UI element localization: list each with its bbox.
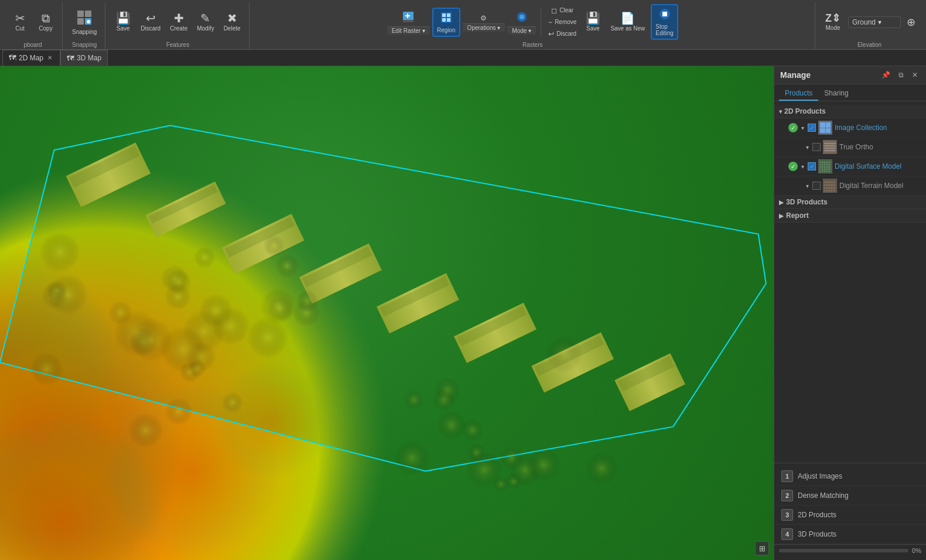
stop-editing-label: StopEditing [655, 23, 674, 36]
svg-rect-17 [662, 12, 667, 16]
tab-2d-map-label: 2D Map [19, 54, 43, 62]
image-collection-collapse[interactable]: ▾ [801, 125, 804, 131]
image-collection-thumb [818, 121, 832, 135]
modify-button[interactable]: ✎ Modify [193, 10, 217, 34]
region-button[interactable]: Region [432, 8, 460, 37]
create-button[interactable]: ✚ Create [166, 10, 191, 34]
true-ortho-thumb [823, 140, 837, 154]
section-3d-products[interactable]: ▶ 3D Products [774, 196, 926, 209]
workflow-1-num: 1 [781, 470, 793, 482]
copy-label: Copy [39, 25, 52, 32]
svg-point-4 [87, 20, 90, 23]
image-collection-status: ✓ [788, 123, 798, 132]
delete-button[interactable]: ✖ Delete [220, 10, 244, 34]
discard-icon: ↩ [146, 12, 156, 24]
remove-button[interactable]: − Remove [546, 17, 579, 28]
section-2d-products[interactable]: ▾ 2D Products [774, 105, 926, 118]
map-controls: ⊞ [755, 541, 769, 555]
clipboard-group-label: pboard [23, 42, 42, 49]
svg-rect-20 [826, 122, 831, 128]
svg-rect-6 [403, 20, 414, 22]
true-ortho-checkbox[interactable] [812, 143, 821, 151]
image-collection-checkbox[interactable]: ✓ [808, 124, 816, 132]
mode-icon [515, 11, 528, 25]
remove-icon: − [548, 18, 552, 26]
operations-top[interactable]: ⚙ [478, 13, 489, 23]
stop-editing-button[interactable]: StopEditing [651, 4, 678, 40]
dtm-collapse[interactable]: ▾ [806, 183, 809, 189]
mode-label[interactable]: Mode ▾ [507, 26, 536, 35]
true-ortho-collapse[interactable]: ▾ [806, 144, 809, 151]
dtm-checkbox[interactable] [812, 182, 821, 190]
section-report-label: Report [786, 211, 809, 220]
discard-button[interactable]: ↩ Discard [137, 10, 164, 34]
bottom-panel: 1 Adjust Images 2 Dense Matching 3 2D Pr… [774, 463, 926, 560]
svg-rect-12 [442, 18, 446, 22]
map-grid-icon[interactable]: ⊞ [755, 541, 769, 555]
panel-pin-button[interactable]: 📌 [879, 70, 893, 80]
dtm-thumb [823, 179, 837, 193]
workflow-4-num: 4 [781, 528, 793, 540]
workflow-adjust-images[interactable]: 1 Adjust Images [774, 467, 926, 486]
progress-bar-track [779, 549, 908, 552]
dsm-checkbox[interactable]: ✓ [808, 162, 816, 170]
workflow-3-num: 3 [781, 509, 793, 521]
copy-button[interactable]: ⧉ Copy [34, 10, 57, 34]
operations-split-button[interactable]: ⚙ Operations ▾ [463, 13, 505, 32]
modify-icon: ✎ [200, 12, 210, 24]
edit-raster-split-button[interactable]: Edit Raster ▾ [387, 9, 430, 35]
snapping-icon [76, 9, 93, 28]
edit-raster-top[interactable] [399, 9, 417, 26]
cut-icon: ✂ [15, 12, 25, 24]
panel-tab-sharing[interactable]: Sharing [818, 87, 854, 101]
section-report-chevron: ▶ [779, 213, 784, 219]
dsm-collapse[interactable]: ▾ [801, 163, 804, 170]
map-view[interactable]: ⊞ [0, 66, 774, 560]
operations-label[interactable]: Operations ▾ [463, 23, 505, 32]
layer-image-collection[interactable]: ✓ ▾ ✓ Image Collection [774, 118, 926, 138]
workflow-3d-products[interactable]: 4 3D Products [774, 525, 926, 544]
discard2-icon: ↩ [548, 30, 554, 38]
tab-2d-map[interactable]: 🗺 2D Map ✕ [2, 50, 60, 66]
clear-icon: ◻ [551, 6, 557, 15]
create-icon: ✚ [174, 12, 184, 24]
workflow-2d-products[interactable]: 3 2D Products [774, 506, 926, 525]
save-as-new-button[interactable]: 📄 Save as New [607, 10, 648, 34]
mode-split-button[interactable]: Mode ▾ [507, 9, 536, 35]
elevation-mode-button[interactable]: Z⇕ Mode [821, 11, 845, 33]
svg-rect-19 [820, 122, 825, 128]
save-button[interactable]: 💾 Save [111, 10, 135, 34]
mode-top[interactable] [513, 9, 531, 26]
svg-rect-23 [824, 141, 836, 153]
progress-bar-area: 0% [774, 544, 926, 556]
clear-button[interactable]: ◻ Clear [546, 5, 579, 16]
save-label: Save [117, 25, 130, 32]
workflow-2-num: 2 [781, 490, 793, 501]
panel-detach-button[interactable]: ⧉ [896, 70, 906, 80]
svg-rect-1 [85, 11, 91, 17]
ground-dropdown[interactable]: Ground ▾ [848, 16, 901, 28]
clear-label: Clear [559, 7, 573, 13]
edit-raster-label[interactable]: Edit Raster ▾ [387, 26, 430, 35]
snapping-button[interactable]: Snapping [69, 7, 100, 37]
section-report[interactable]: ▶ Report [774, 209, 926, 223]
add-surface-button[interactable]: ⊕ [904, 13, 918, 31]
layer-true-ortho[interactable]: ▾ True Ortho [774, 138, 926, 157]
discard2-button[interactable]: ↩ Discard [546, 29, 579, 39]
save2-button[interactable]: 💾 Save [581, 10, 604, 34]
tab-2d-map-close[interactable]: ✕ [46, 54, 54, 62]
workflow-dense-matching[interactable]: 2 Dense Matching [774, 486, 926, 506]
panel-tab-products[interactable]: Products [779, 87, 818, 101]
delete-label: Delete [224, 25, 241, 32]
tab-3d-map[interactable]: 🗺 3D Map [60, 50, 108, 66]
workflow-1-label: Adjust Images [798, 472, 842, 480]
cut-button[interactable]: ✂ Cut [8, 10, 32, 34]
section-3d-products-label: 3D Products [786, 198, 828, 206]
dsm-thumb [818, 159, 832, 173]
layer-digital-terrain-model[interactable]: ▾ Digital Terrain Model [774, 176, 926, 196]
panel-close-button[interactable]: ✕ [910, 70, 920, 80]
workflow-4-label: 3D Products [798, 530, 836, 538]
section-3d-products-chevron: ▶ [779, 199, 784, 206]
layer-digital-surface-model[interactable]: ✓ ▾ ✓ Digital Surface Model [774, 157, 926, 176]
workflow-3-label: 2D Products [798, 511, 836, 519]
